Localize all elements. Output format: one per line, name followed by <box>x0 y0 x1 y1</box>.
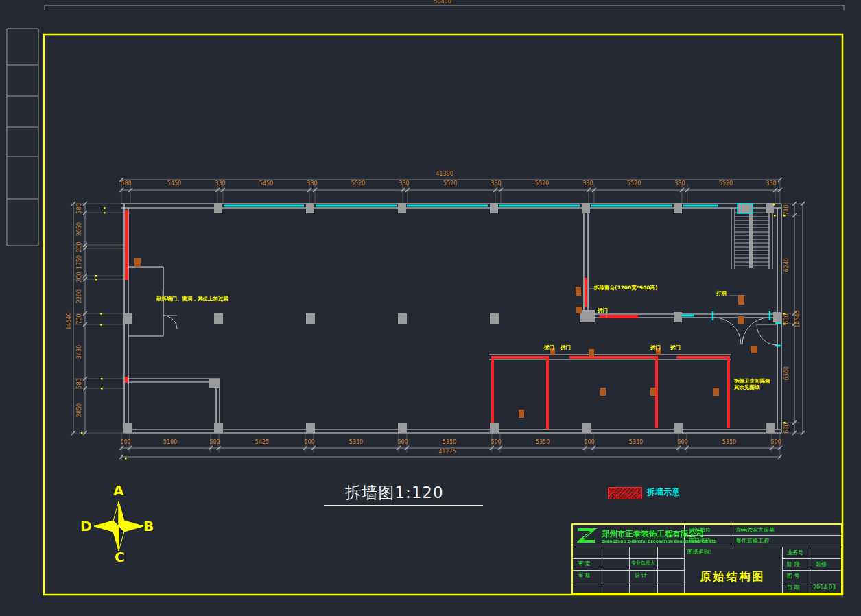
dim-label: 5350 <box>443 440 456 445</box>
stage-value: 装修 <box>816 562 827 567</box>
drawing-name-label: 图纸名称: <box>687 549 711 555</box>
dim-label: 330 <box>582 181 593 187</box>
note-toilet-line1: 拆除卫生间隔墙 <box>734 378 770 384</box>
dim-label: 500 <box>770 440 781 445</box>
title-block-grid-line <box>782 582 841 582</box>
project-value: 餐厅装修工程 <box>736 538 769 544</box>
owner-value: 湖南农家大碗菜 <box>736 528 775 533</box>
dim-label: 330 <box>491 181 501 187</box>
note-demolish-door: 拆门 <box>544 344 554 351</box>
sheet-dim-label: 50400 <box>434 0 451 5</box>
dim-label: 6300 <box>784 366 790 380</box>
biz-no-label: 业务号 <box>787 550 803 556</box>
dimension-lines <box>73 180 803 457</box>
dim-label: 2050 <box>77 222 82 236</box>
date-value: 2014.03 <box>813 585 836 591</box>
dim-label: 630 <box>784 313 790 324</box>
dim-label: 500 <box>491 440 501 445</box>
dim-label: 5520 <box>719 181 733 187</box>
drawing-no-label: 图 号 <box>787 573 800 579</box>
note-demolish-door: 拆门 <box>598 307 608 313</box>
compass-star-icon <box>94 501 143 551</box>
dim-label: 330 <box>215 181 225 187</box>
dim-label: 700 <box>77 313 82 324</box>
dim-label: 5520 <box>351 181 365 187</box>
note-demolish-door: 拆门 <box>650 344 661 351</box>
date-label: 日 期 <box>787 585 800 591</box>
dim-label: 5350 <box>349 440 363 445</box>
dim-label: 2850 <box>77 403 82 417</box>
note-toilet-partition: 拆除卫生间隔墙 其余见图纸 <box>734 378 770 390</box>
title-block-grid-line <box>573 570 684 571</box>
compass-letter-s: C <box>115 550 125 564</box>
note-demolish-sill: 拆除窗台(1200宽*900高) <box>594 285 657 291</box>
title-block-grid-line <box>573 547 841 547</box>
project-label: 项目名称 <box>689 538 711 544</box>
dim-label: 41390 <box>436 171 453 177</box>
dim-label: 740 <box>784 204 790 215</box>
dim-label: 580 <box>121 181 131 187</box>
dim-label: 5425 <box>255 440 269 445</box>
dim-label: 500 <box>209 440 220 445</box>
compass-letter-e: B <box>143 519 154 533</box>
title-block-grid-line <box>782 570 841 571</box>
dim-label: 580 <box>77 378 82 388</box>
title-block-grid-line <box>573 582 684 582</box>
dim-label: 500 <box>304 440 314 445</box>
title-block-grid-line <box>684 535 841 536</box>
dim-label: 14540 <box>67 312 72 329</box>
title-block-grid-line <box>782 558 841 559</box>
note-demolish-wall: 敲拆墙门、窗洞，其位上加过梁 <box>156 296 228 302</box>
sheet-title: 原始结构图 <box>700 570 766 584</box>
extension-lines <box>71 178 805 460</box>
note-toilet-line2: 其余见图纸 <box>734 384 770 390</box>
dim-label: 200 <box>77 241 82 252</box>
view-title: 拆墙图1:120 <box>345 482 443 504</box>
dim-label: 5100 <box>163 440 177 445</box>
lead-label: 专业负责人 <box>631 561 655 566</box>
dim-label: 5350 <box>629 440 643 445</box>
dim-label: 41275 <box>438 449 456 455</box>
note-demolish-door: 拆门 <box>561 344 571 351</box>
door-arcs <box>163 316 777 345</box>
dim-label: 1750 <box>77 255 82 269</box>
title-underline <box>324 505 483 506</box>
dim-label: 3430 <box>77 345 82 359</box>
dim-label: 630 <box>784 423 790 433</box>
snap-dots <box>81 204 786 460</box>
dim-label: 330 <box>307 181 317 187</box>
note-demolish-door: 拆门 <box>670 344 681 351</box>
dim-label: 5350 <box>536 440 550 445</box>
check-label: 审 核 <box>578 573 590 578</box>
dim-label: 500 <box>397 440 408 445</box>
legend-label: 拆墙示意 <box>647 486 680 498</box>
dim-label: 5450 <box>259 181 273 187</box>
title-block: 郑州市正泰装饰工程有限公司 ZHENGZHOU ZHENGTAI DECORAT… <box>571 523 842 594</box>
approve-label: 审 定 <box>578 561 590 567</box>
company-logo-icon <box>577 527 598 545</box>
dim-label: 5520 <box>535 181 549 187</box>
dim-label: 5450 <box>167 181 181 187</box>
dim-label: 330 <box>399 181 409 187</box>
dim-label: 5520 <box>443 181 457 187</box>
title-underline <box>324 508 483 508</box>
owner-label: 建设单位 <box>689 528 711 533</box>
dim-label: 2200 <box>77 289 82 303</box>
dim-label: 5520 <box>627 181 641 187</box>
sheet-margin-lines <box>7 5 844 246</box>
dim-label: 580 <box>77 203 82 213</box>
title-block-grid-line <box>573 558 684 559</box>
dimension-ticks <box>71 178 805 459</box>
window-marks <box>224 206 781 346</box>
design-label: 设 计 <box>635 573 646 578</box>
dim-label: 500 <box>677 440 687 445</box>
compass-letter-n: A <box>113 484 123 497</box>
cad-drawing-canvas[interactable]: 50400 41390 580 5450 330 5450 330 5520 3… <box>0 0 861 616</box>
demolition-hatch-swatch <box>608 487 642 499</box>
dim-label: 330 <box>766 181 776 187</box>
dim-label: 14540 <box>795 310 801 327</box>
dim-label: 500 <box>120 440 130 445</box>
dim-label: 500 <box>584 440 594 445</box>
dim-label: 330 <box>674 181 685 187</box>
stage-label: 阶 段 <box>787 562 800 567</box>
